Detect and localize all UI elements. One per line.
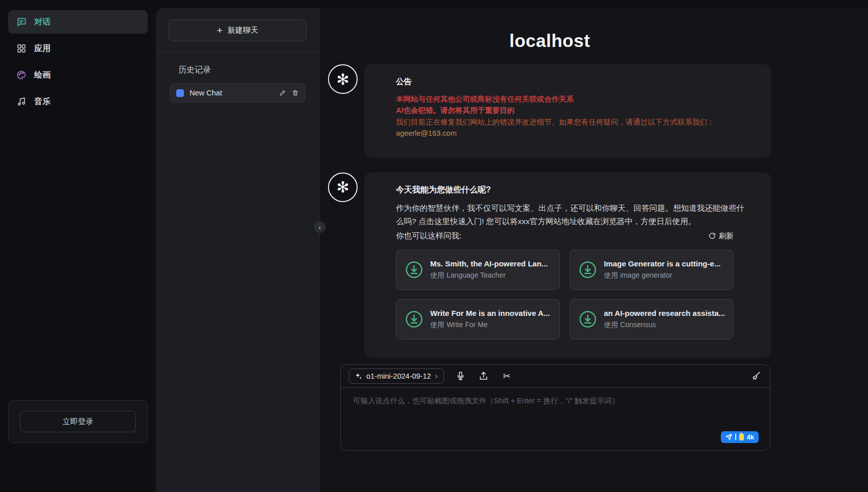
ask-hint: 你也可以这样问我: <box>396 231 461 241</box>
apps-icon <box>16 43 27 54</box>
composer-toolbar: o1-mini-2024-09-12 › ✂ <box>341 365 770 388</box>
assistant-message-announcement: ✻ 公告 本网站与任何其他公司或商标没有任何关联或合作关系 AI也会犯错。请勿将… <box>328 64 771 158</box>
suggestion-subtitle: 使用 Consensus <box>604 321 725 330</box>
message-bubble: 公告 本网站与任何其他公司或商标没有任何关联或合作关系 AI也会犯错。请勿将其用… <box>364 64 771 158</box>
chat-icon <box>16 16 27 28</box>
history-title: 历史记录 <box>178 65 319 76</box>
chat-item-title: New Chat <box>190 89 273 97</box>
message-bubble: 今天我能为您做些什么呢? 作为你的智慧伙伴，我不仅可以写文案、出点子，还可以和你… <box>364 173 771 358</box>
suggestion-card[interactable]: Write For Me is an innovative A... 使用 Wr… <box>396 299 560 339</box>
sidebar-nav: 对话 应用 绘画 音乐 <box>0 10 156 113</box>
suggestion-grid: Ms. Smith, the AI-powered Lan... 使用 Lang… <box>396 250 734 339</box>
download-circle-icon <box>578 260 597 279</box>
clear-context-button[interactable] <box>749 370 762 382</box>
suggestion-card[interactable]: Ms. Smith, the AI-powered Lan... 使用 Lang… <box>396 250 560 290</box>
suggestion-title: Image Generator is a cutting-e... <box>604 259 720 268</box>
token-count: 4k <box>747 433 754 441</box>
suggestion-subtitle: 使用 Language Teacher <box>430 271 548 280</box>
openai-logo-icon: ✻ <box>336 70 349 88</box>
upload-button[interactable] <box>478 370 490 382</box>
palette-icon <box>16 69 27 81</box>
badge-divider <box>735 434 736 440</box>
contact-email-link[interactable]: ageerle@163.com <box>396 128 457 139</box>
announcement-line-2: AI也会犯错。请勿将其用于重要目的 <box>396 105 745 116</box>
chat-list-panel: + 新建聊天 历史记录 New Chat <box>156 8 319 492</box>
ask-row: 你也可以这样问我: 刷新 <box>396 231 734 241</box>
scissors-button[interactable]: ✂ <box>501 370 513 382</box>
suggestion-subtitle: 使用 Write For Me <box>430 321 550 330</box>
new-chat-section: + 新建聊天 <box>156 8 319 52</box>
chat-item-actions <box>279 89 299 96</box>
send-icon <box>725 434 732 440</box>
sidebar-item-label: 对话 <box>34 17 51 28</box>
sidebar-item-label: 应用 <box>34 43 51 54</box>
suggestion-card[interactable]: Image Generator is a cutting-e... 使用 ima… <box>570 250 734 290</box>
suggestion-subtitle: 使用 image generator <box>604 271 720 280</box>
scissors-icon: ✂ <box>503 371 510 382</box>
workspace: + 新建聊天 历史记录 New Chat ‹ <box>156 8 868 492</box>
refresh-button[interactable]: 刷新 <box>709 231 734 241</box>
refresh-label: 刷新 <box>719 231 734 241</box>
message-input[interactable] <box>341 388 770 450</box>
download-circle-icon <box>405 260 424 279</box>
suggestion-title: an AI-powered research assista... <box>604 309 725 317</box>
plus-icon: + <box>217 26 222 35</box>
collapse-sidebar-button[interactable]: ‹ <box>314 222 325 233</box>
model-name: o1-mini-2024-09-12 <box>366 372 431 380</box>
announcement-title: 公告 <box>396 77 745 87</box>
model-selector[interactable]: o1-mini-2024-09-12 › <box>349 368 444 384</box>
assistant-message-welcome: ✻ 今天我能为您做些什么呢? 作为你的智慧伙伴，我不仅可以写文案、出点子，还可以… <box>328 173 771 358</box>
app-root: 对话 应用 绘画 音乐 立即登录 <box>0 0 868 492</box>
suggestion-title: Ms. Smith, the AI-powered Lan... <box>430 259 548 268</box>
suggestion-title: Write For Me is an innovative A... <box>430 309 550 317</box>
welcome-title: 今天我能为您做些什么呢? <box>396 185 745 195</box>
assistant-avatar: ✻ <box>328 173 358 202</box>
download-circle-icon <box>578 310 597 329</box>
delete-icon[interactable] <box>292 89 299 96</box>
sidebar-item-label: 音乐 <box>34 96 51 107</box>
sparkle-icon <box>355 373 362 380</box>
composer: o1-mini-2024-09-12 › ✂ <box>340 364 770 451</box>
main-panel: ‹ localhost ✻ 公告 本网站与任何其他公司或商标没有任何关联或合作关… <box>319 8 868 492</box>
suggestion-card[interactable]: an AI-powered research assista... 使用 Con… <box>570 299 734 339</box>
music-icon <box>16 96 27 107</box>
announcement-line-1: 本网站与任何其他公司或商标没有任何关联或合作关系 <box>396 93 745 105</box>
login-panel: 立即登录 <box>8 400 148 443</box>
login-button[interactable]: 立即登录 <box>20 411 136 432</box>
chat-list-item[interactable]: New Chat <box>170 83 306 103</box>
sidebar-item-music[interactable]: 音乐 <box>8 90 148 113</box>
chevron-right-icon: › <box>435 372 438 380</box>
download-circle-icon <box>405 310 424 329</box>
sidebar-item-label: 绘画 <box>34 70 51 81</box>
page-title: localhost <box>328 31 771 51</box>
announcement-line-3: 我们目前正在修复我们网站上的错误并改进细节。如果您有任何疑问，请通过以下方式联系… <box>396 116 745 128</box>
send-token-badge[interactable]: 4k <box>721 431 759 443</box>
welcome-body: 作为你的智慧伙伴，我不仅可以写文案、出点子，还可以和你聊天、回答问题。想知道我还… <box>396 202 745 229</box>
sidebar-item-apps[interactable]: 应用 <box>8 37 148 60</box>
assistant-avatar: ✻ <box>328 64 358 94</box>
chat-content: localhost ✻ 公告 本网站与任何其他公司或商标没有任何关联或合作关系 … <box>328 8 771 492</box>
chat-bubble-icon <box>176 89 184 97</box>
sidebar-item-chat[interactable]: 对话 <box>8 10 148 34</box>
sidebar-item-draw[interactable]: 绘画 <box>8 63 148 87</box>
new-chat-button[interactable]: + 新建聊天 <box>169 19 307 41</box>
new-chat-label: 新建聊天 <box>228 26 259 35</box>
openai-logo-icon: ✻ <box>336 178 349 196</box>
composer-body: 4k <box>341 388 770 450</box>
token-battery-icon <box>739 434 744 440</box>
refresh-icon <box>709 232 716 239</box>
microphone-button[interactable] <box>455 370 467 382</box>
sidebar: 对话 应用 绘画 音乐 立即登录 <box>0 0 156 492</box>
edit-icon[interactable] <box>279 89 286 96</box>
